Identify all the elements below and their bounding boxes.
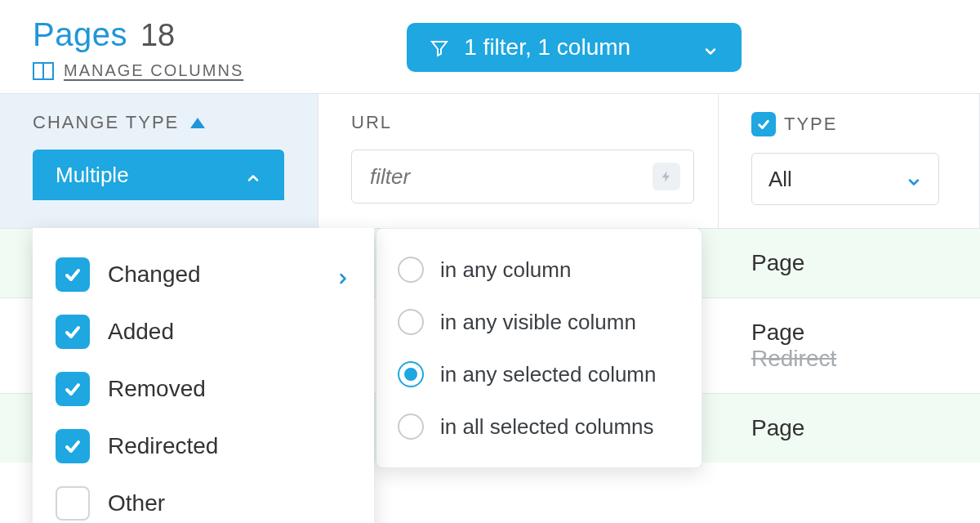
- page-header: Pages 18 MANAGE COLUMNS 1 filter, 1 colu…: [0, 0, 980, 93]
- scope-label: in any selected column: [440, 362, 656, 387]
- column-headers-row: CHANGE TYPE Multiple URL TYPE: [0, 93, 980, 228]
- checkbox-icon[interactable]: [56, 429, 90, 463]
- type-header[interactable]: TYPE: [751, 112, 956, 136]
- change-type-dropdown[interactable]: Multiple: [33, 150, 284, 200]
- checkbox-icon[interactable]: [56, 257, 90, 292]
- chevron-right-icon: [335, 266, 351, 283]
- change-option-added[interactable]: Added: [33, 303, 374, 360]
- page-count: 18: [140, 18, 175, 53]
- type-column-checkbox[interactable]: [751, 112, 776, 136]
- scope-label: in any visible column: [440, 310, 636, 335]
- change-option-changed[interactable]: Changed: [33, 246, 374, 303]
- quickfilter-icon[interactable]: [653, 163, 680, 190]
- type-select[interactable]: All: [751, 153, 939, 205]
- change-option-removed[interactable]: Removed: [33, 360, 374, 418]
- option-label: Removed: [108, 376, 206, 402]
- redirect-label: Redirect: [751, 346, 836, 371]
- url-filter-field[interactable]: [351, 150, 694, 203]
- radio-icon[interactable]: [398, 309, 424, 335]
- radio-icon[interactable]: [398, 413, 424, 440]
- type-cell: Page Redirect: [719, 298, 980, 393]
- type-cell: Page: [719, 229, 980, 297]
- header-left: Pages 18 MANAGE COLUMNS: [33, 16, 243, 80]
- change-type-header-label: CHANGE TYPE: [33, 112, 179, 133]
- option-label: Redirected: [108, 433, 218, 459]
- scope-label: in any column: [440, 257, 571, 283]
- option-label: Changed: [108, 262, 201, 288]
- radio-icon[interactable]: [398, 361, 424, 387]
- change-type-panel: Changed Added Removed Redirected Other: [33, 228, 374, 523]
- change-option-other[interactable]: Other: [33, 475, 374, 523]
- url-filter-input[interactable]: [370, 164, 653, 190]
- checkbox-icon[interactable]: [56, 315, 90, 349]
- filter-summary-label: 1 filter, 1 column: [464, 34, 630, 60]
- checkbox-icon[interactable]: [56, 486, 90, 521]
- filter-icon: [430, 38, 449, 57]
- manage-columns-link[interactable]: MANAGE COLUMNS: [64, 61, 243, 80]
- checkbox-icon[interactable]: [56, 372, 90, 406]
- chevron-up-icon: [245, 167, 261, 183]
- change-type-header[interactable]: CHANGE TYPE: [33, 112, 295, 133]
- change-option-redirected[interactable]: Redirected: [33, 418, 374, 475]
- column-url: URL: [318, 94, 719, 228]
- scope-option-any-visible[interactable]: in any visible column: [376, 296, 702, 348]
- scope-option-any-selected[interactable]: in any selected column: [376, 348, 702, 400]
- columns-icon: [33, 62, 54, 80]
- scope-label: in all selected columns: [440, 414, 654, 440]
- scope-option-any-column[interactable]: in any column: [376, 244, 702, 296]
- change-type-selected: Multiple: [56, 163, 129, 188]
- chevron-down-icon: [906, 171, 922, 187]
- filter-summary-pill[interactable]: 1 filter, 1 column: [407, 23, 742, 72]
- url-header-label: URL: [351, 112, 392, 133]
- title-row: Pages 18: [33, 16, 243, 53]
- type-header-label: TYPE: [784, 114, 837, 135]
- radio-icon[interactable]: [398, 257, 424, 283]
- url-header[interactable]: URL: [351, 112, 695, 133]
- data-area: Page Page Redirect upport/issue-configur…: [0, 228, 980, 463]
- column-type: TYPE All: [719, 94, 980, 228]
- sort-asc-icon: [190, 118, 205, 128]
- type-select-value: All: [768, 167, 792, 192]
- column-change-type: CHANGE TYPE Multiple: [0, 94, 318, 228]
- option-label: Added: [108, 319, 174, 345]
- manage-columns-row[interactable]: MANAGE COLUMNS: [33, 61, 243, 80]
- type-cell: Page: [719, 394, 980, 463]
- chevron-down-icon: [702, 39, 719, 56]
- change-scope-panel: in any column in any visible column in a…: [376, 228, 702, 468]
- page-title: Pages: [33, 16, 127, 53]
- scope-option-all-selected[interactable]: in all selected columns: [376, 400, 702, 453]
- option-label: Other: [108, 490, 165, 516]
